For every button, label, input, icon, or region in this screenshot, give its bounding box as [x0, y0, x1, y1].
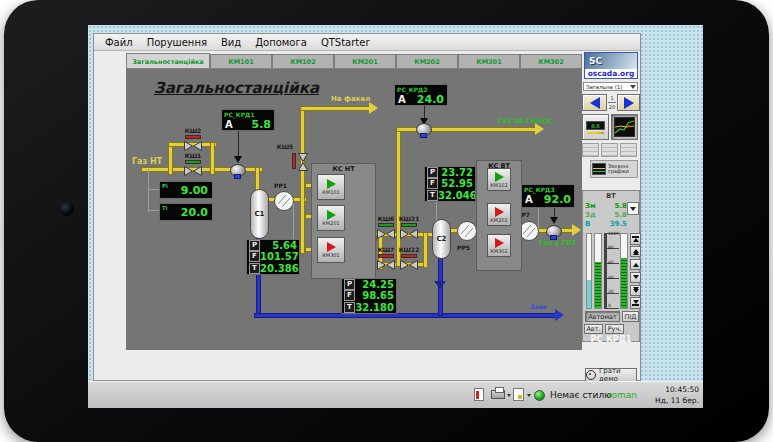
label-glinsk: Газ на Глінск — [498, 117, 551, 125]
openscada-window: Файл Порушення Вид Допомога QTStarter За… — [93, 33, 641, 381]
gvt-arrow — [572, 224, 581, 236]
scheme-title: Загальностанційка — [154, 79, 319, 97]
panel-doc-icon[interactable] — [582, 143, 599, 157]
regulator-stem — [238, 129, 239, 157]
tab-km202[interactable]: КМ202 — [396, 54, 458, 69]
compressor-km102[interactable]: КМ102 — [487, 168, 511, 191]
compressor-km302[interactable]: КМ302 — [487, 234, 511, 257]
printer-menu-icon[interactable] — [507, 394, 511, 397]
label-flare: На факел — [331, 95, 370, 103]
front-camera — [60, 202, 74, 216]
setpoint-spin-button[interactable] — [627, 202, 639, 215]
clock[interactable]: 10:45:50 Нд, 11 бер. — [627, 384, 699, 406]
compressor-state-icon — [495, 207, 504, 217]
chevron-down-icon — [630, 85, 636, 89]
scheme-tabs: Загальностанційка КМ101 КМ102 КМ201 КМ20… — [126, 53, 582, 69]
regulator-tag: РС_КРД1 — [583, 335, 639, 344]
fast-up-button[interactable] — [630, 246, 641, 258]
compressor-km201[interactable]: КМ201 — [317, 205, 345, 231]
valve-ksh21[interactable]: КШ21 — [394, 215, 424, 240]
compressor-state-icon — [495, 238, 504, 248]
valve-ksh2[interactable]: КШ2 — [178, 127, 208, 152]
mode-pid-button[interactable]: ПІД — [622, 311, 639, 322]
status-led-icon — [534, 390, 545, 401]
menu-view[interactable]: Вид — [214, 37, 248, 48]
menu-help[interactable]: Допомога — [248, 37, 314, 48]
play-demo-button[interactable]: Грати демо — [585, 368, 637, 382]
regulator-arrow-icon — [550, 217, 558, 224]
mnemo-view-button[interactable]: 8.8 — [582, 114, 609, 140]
to-min-button[interactable] — [630, 297, 641, 309]
menu-bar: Файл Порушення Вид Допомога QTStarter — [94, 34, 640, 51]
task-row: Зд 5.8 — [585, 211, 627, 219]
label-rr5: РР5 — [457, 244, 470, 251]
label-rr1: РР1 — [274, 182, 287, 189]
summary-graphs-button[interactable]: Зведені графіки — [590, 160, 638, 178]
prev-page-button[interactable] — [582, 94, 607, 111]
variable-bar[interactable] — [594, 233, 602, 309]
compressor-km301[interactable]: КМ301 — [317, 237, 345, 263]
arrow-left-icon — [590, 97, 600, 109]
mode-auto-button[interactable]: Автомат — [585, 311, 620, 322]
ruch-button[interactable]: Руч. — [605, 324, 624, 334]
photo-stage: { "app": { "menu": ["Файл", "Порушення",… — [0, 0, 773, 442]
display-krd2: РС_КРД2 А24.0 — [394, 84, 448, 106]
sensor-link — [148, 210, 159, 211]
compressor-km202[interactable]: КМ202 — [487, 203, 511, 226]
view-select[interactable]: Загальна (1) — [583, 82, 638, 91]
menu-qtstarter[interactable]: QTStarter — [314, 37, 377, 48]
compressor-state-icon — [495, 172, 504, 182]
record-icon — [586, 370, 596, 380]
menu-file[interactable]: Файл — [98, 37, 140, 48]
regulator-faceplate: ВТ Зм 5.8 Зд 5.8 В 39.5 — [582, 190, 640, 342]
flare-arrow — [369, 102, 378, 114]
to-max-button[interactable] — [630, 233, 641, 245]
tab-km102[interactable]: КМ102 — [272, 54, 334, 69]
separator-rr1 — [273, 190, 295, 212]
valve-body-icon — [183, 165, 203, 177]
up-button[interactable] — [630, 259, 641, 271]
oscada-logo[interactable]: SC oscada.org — [584, 52, 638, 79]
mnemoscheme-canvas: Загальностанційка — [126, 69, 582, 350]
gas-pipe — [210, 142, 215, 175]
printer-icon[interactable] — [491, 390, 505, 399]
clock-time: 10:45:50 — [627, 384, 699, 395]
down-button[interactable] — [630, 272, 641, 284]
arrow-right-icon — [624, 97, 634, 109]
tab-km101[interactable]: КМ101 — [210, 54, 272, 69]
compressor-state-icon — [327, 242, 336, 252]
valve-ksh1[interactable]: КШ1 — [178, 152, 208, 177]
export-icon[interactable] — [513, 388, 524, 401]
clock-date: Нд, 11 бер. — [627, 395, 699, 406]
tab-km201[interactable]: КМ201 — [334, 54, 396, 69]
valve-ksh22[interactable]: КШ22 — [394, 246, 424, 271]
valve-body-icon — [297, 152, 309, 172]
tab-km301[interactable]: КМ301 — [458, 54, 520, 69]
gauge-scale: 100% 80 60 40 20 0 — [604, 233, 619, 309]
document-icon[interactable] — [474, 388, 484, 401]
valve-body-icon — [376, 228, 396, 240]
avt-button[interactable]: Авт. — [584, 324, 603, 334]
panel-list-icon[interactable] — [601, 143, 618, 157]
trends-view-button[interactable] — [611, 114, 638, 140]
drain-flow-arrow — [434, 281, 446, 289]
sensor-link — [148, 189, 159, 190]
output-bar[interactable] — [586, 233, 592, 309]
tab-km302[interactable]: КМ302 — [520, 54, 582, 69]
next-page-button[interactable] — [617, 94, 640, 111]
style-status: Немає стилю — [550, 390, 612, 400]
tab-main-station[interactable]: Загальностанційка — [126, 53, 210, 69]
vessel-c2: С2 — [432, 219, 451, 259]
compressor-km101[interactable]: КМ101 — [317, 174, 345, 200]
display-krd1: РС_КРД1 А5.8 — [221, 109, 275, 131]
export-menu-icon[interactable] — [527, 394, 531, 397]
page-counter: 1 20 — [608, 94, 616, 111]
regulator-arrow-icon — [234, 156, 242, 163]
setpoint-bar[interactable] — [620, 233, 628, 309]
drain-pipe — [254, 313, 556, 318]
fast-down-button[interactable] — [630, 285, 641, 297]
trend-chart-icon — [614, 117, 635, 137]
menu-violations[interactable]: Порушення — [140, 37, 214, 48]
panel-report-icon[interactable] — [620, 143, 637, 157]
display-pi: Pi 9.00 — [159, 181, 213, 199]
